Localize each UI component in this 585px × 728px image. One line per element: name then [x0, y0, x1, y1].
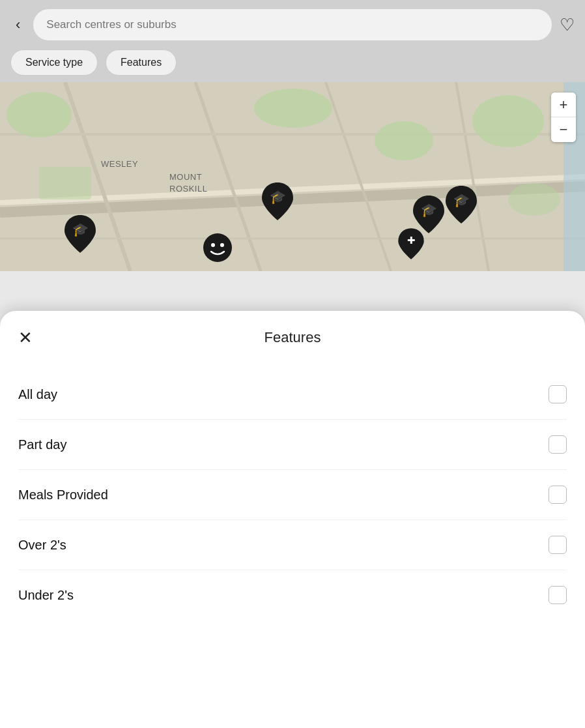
svg-point-24 — [220, 243, 224, 247]
search-input[interactable] — [33, 9, 552, 40]
zoom-in-button[interactable]: + — [551, 93, 576, 117]
svg-text:🎓: 🎓 — [270, 189, 286, 205]
map-pin-5[interactable]: 🎓 — [443, 183, 479, 226]
map-label-wesley: WESLEY — [101, 159, 138, 169]
feature-under-2s: Under 2's — [18, 570, 567, 620]
map-pin-3[interactable]: 🎓 — [259, 180, 296, 223]
feature-over-2s: Over 2's — [18, 520, 567, 570]
map-area: WESLEY MOUNT ROSKILL 🎓 🧩 🎓 🎓 🎓 — [0, 82, 585, 271]
feature-label-part-day: Part day — [18, 437, 66, 452]
feature-label-all-day: All day — [18, 387, 57, 402]
feature-checkbox-all-day[interactable] — [549, 385, 567, 403]
search-row: ‹ ♡ — [10, 9, 575, 40]
svg-point-10 — [254, 89, 332, 128]
svg-point-13 — [508, 183, 560, 216]
map-controls: + − — [551, 93, 576, 142]
close-button[interactable]: ✕ — [18, 329, 33, 346]
feature-checkbox-over-2s[interactable] — [549, 536, 567, 554]
features-bottom-sheet: ✕ Features All day Part day Meals Provid… — [0, 311, 585, 728]
feature-all-day: All day — [18, 370, 567, 420]
svg-rect-14 — [39, 167, 91, 199]
feature-checkbox-under-2s[interactable] — [549, 586, 567, 604]
map-pin-1[interactable]: 🎓 — [62, 212, 98, 255]
favorites-button[interactable]: ♡ — [560, 15, 575, 35]
svg-text:🎓: 🎓 — [453, 192, 470, 208]
svg-text:✚: ✚ — [407, 235, 416, 246]
feature-part-day: Part day — [18, 420, 567, 470]
svg-point-12 — [472, 95, 544, 147]
zoom-out-button[interactable]: − — [551, 117, 576, 142]
svg-text:🎓: 🎓 — [421, 202, 437, 218]
back-button[interactable]: ‹ — [10, 14, 25, 36]
feature-checkbox-part-day[interactable] — [549, 435, 567, 454]
feature-label-under-2s: Under 2's — [18, 588, 74, 603]
svg-point-23 — [211, 243, 215, 247]
feature-label-over-2s: Over 2's — [18, 538, 66, 553]
filter-row: Service type Features — [10, 50, 575, 76]
svg-point-11 — [375, 121, 433, 160]
features-filter[interactable]: Features — [106, 50, 177, 76]
feature-checkbox-meals-provided[interactable] — [549, 486, 567, 504]
top-bar: ‹ ♡ Service type Features — [0, 0, 585, 82]
svg-text:🎓: 🎓 — [72, 222, 89, 237]
map-pin-7[interactable] — [202, 232, 233, 263]
feature-meals-provided: Meals Provided — [18, 470, 567, 520]
service-type-filter[interactable]: Service type — [10, 50, 98, 76]
map-label-mount: MOUNT — [169, 172, 202, 182]
svg-point-9 — [7, 92, 72, 138]
map-pin-6[interactable]: ✚ — [396, 226, 426, 262]
svg-point-22 — [203, 233, 232, 262]
sheet-title: Features — [264, 329, 321, 346]
feature-label-meals-provided: Meals Provided — [18, 488, 108, 502]
sheet-header: ✕ Features — [18, 329, 567, 346]
map-label-roskill: ROSKILL — [169, 184, 207, 194]
